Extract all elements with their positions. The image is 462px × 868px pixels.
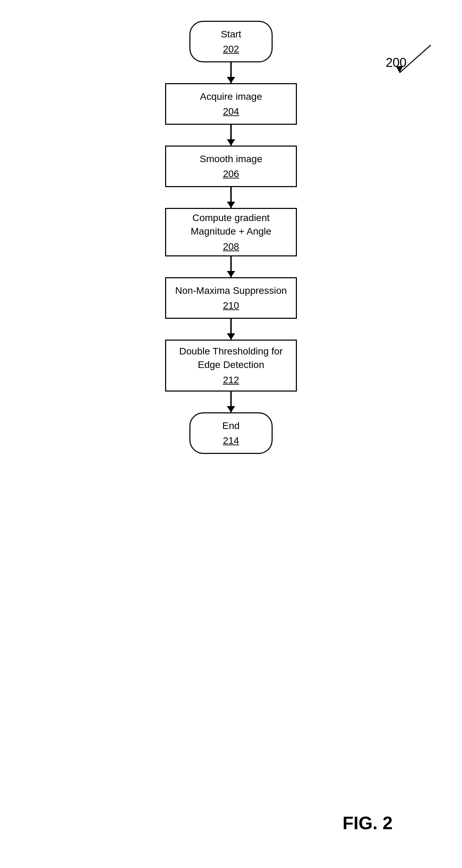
svg-marker-1 bbox=[396, 66, 403, 73]
non-maxima-number: 210 bbox=[223, 299, 239, 312]
compute-gradient-number: 208 bbox=[223, 240, 239, 253]
start-node: Start 202 bbox=[189, 21, 273, 62]
double-thresholding-node: Double Thresholding forEdge Detection 21… bbox=[165, 340, 297, 392]
arrow-2 bbox=[230, 125, 232, 146]
svg-line-0 bbox=[400, 45, 431, 73]
compute-gradient-node: Compute gradientMagnitude + Angle 208 bbox=[165, 208, 297, 256]
end-label: End bbox=[222, 419, 240, 432]
smooth-image-number: 206 bbox=[223, 167, 239, 181]
non-maxima-label: Non-Maxima Suppression bbox=[175, 284, 287, 297]
double-thresholding-number: 212 bbox=[223, 373, 239, 387]
start-number: 202 bbox=[223, 42, 239, 56]
arrow-3 bbox=[230, 187, 232, 208]
arrow-5 bbox=[230, 319, 232, 340]
reference-arrow bbox=[372, 42, 441, 83]
smooth-image-node: Smooth image 206 bbox=[165, 146, 297, 187]
non-maxima-node: Non-Maxima Suppression 210 bbox=[165, 277, 297, 319]
end-number: 214 bbox=[223, 434, 239, 447]
arrow-4 bbox=[230, 256, 232, 277]
start-label: Start bbox=[221, 27, 241, 41]
smooth-image-label: Smooth image bbox=[200, 152, 263, 166]
end-node: End 214 bbox=[189, 412, 273, 454]
acquire-image-label: Acquire image bbox=[200, 90, 262, 103]
flowchart-diagram: Start 202 Acquire image 204 Smooth image… bbox=[134, 21, 328, 454]
double-thresholding-label: Double Thresholding forEdge Detection bbox=[179, 344, 283, 371]
acquire-image-number: 204 bbox=[223, 105, 239, 118]
acquire-image-node: Acquire image 204 bbox=[165, 83, 297, 125]
compute-gradient-label: Compute gradientMagnitude + Angle bbox=[191, 211, 272, 238]
arrow-1 bbox=[230, 62, 232, 83]
arrow-6 bbox=[230, 392, 232, 412]
figure-label: FIG. 2 bbox=[343, 813, 393, 833]
